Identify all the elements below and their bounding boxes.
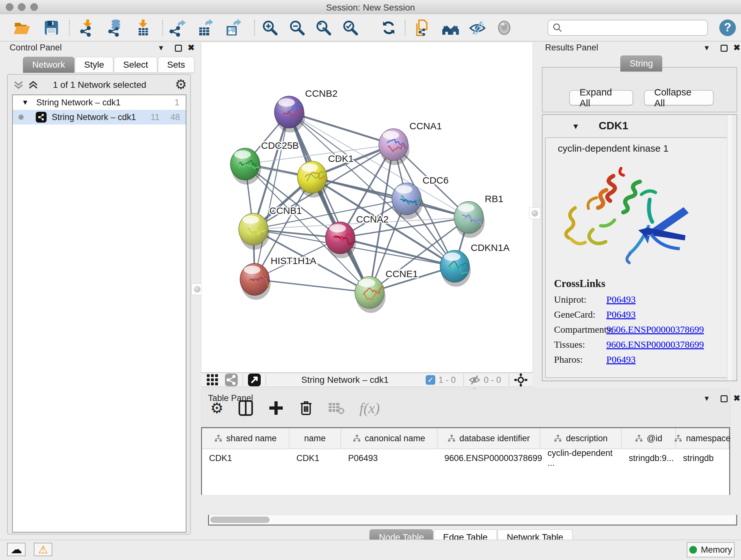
network-node-CCNB2[interactable]	[274, 96, 305, 132]
shared-column-tree-icon	[448, 434, 456, 442]
selected-nodes-checkbox[interactable]: ✓	[426, 375, 435, 385]
table-row[interactable]: CDK1CDK1P064939606.ENSP00000378699cyclin…	[202, 449, 729, 467]
crosslink-link[interactable]: 9606.ENSP00000378699	[606, 339, 704, 350]
network-node-CCNA1[interactable]	[379, 129, 409, 165]
column-header-namespace[interactable]: namespace	[676, 428, 729, 449]
column-header-name[interactable]: name	[289, 428, 341, 449]
table-toolbar: ⚙ f(x)	[201, 389, 730, 427]
crosslink-link[interactable]: P06493	[606, 294, 636, 305]
cytoscape-window: Session: New Session	[0, 0, 741, 560]
table-cell[interactable]: 9606.ENSP00000378699	[437, 449, 540, 467]
column-header-sharedname[interactable]: shared name	[202, 428, 289, 449]
home-pair-icon[interactable]	[442, 18, 460, 37]
expand-all-button[interactable]: Expand All	[569, 90, 633, 105]
function-builder-icon-disabled: f(x)	[359, 400, 380, 417]
crosslink-link[interactable]: P06493	[606, 354, 636, 365]
network-node-CCNB1[interactable]	[239, 213, 269, 250]
network-canvas[interactable]: CCNB2CCNA1CDC25BCDK1CDC6RB1CCNB1CCNA2CDK…	[201, 42, 533, 373]
import-table-from-file-icon[interactable]	[134, 18, 152, 37]
document-share-icon[interactable]	[414, 18, 431, 37]
birds-eye-view-icon[interactable]	[225, 373, 238, 387]
add-column-icon[interactable]	[268, 400, 284, 416]
panel-float-icon[interactable]	[721, 45, 728, 52]
tab-sets[interactable]: Sets	[158, 57, 194, 73]
protein-name: CDK1	[599, 119, 628, 132]
column-header-description[interactable]: description	[540, 428, 622, 449]
search-input[interactable]	[563, 21, 707, 34]
collection-expander-icon[interactable]: ▼	[22, 98, 29, 107]
column-header-label: name	[304, 434, 326, 443]
help-icon[interactable]: ?	[719, 18, 737, 37]
table-cell[interactable]: stringdb	[676, 449, 729, 467]
table-cell[interactable]: stringdb:9...	[622, 449, 676, 467]
panel-float-icon[interactable]	[721, 395, 728, 402]
warnings-icon[interactable]: ⚠	[34, 543, 52, 556]
delete-column-icon[interactable]	[299, 400, 313, 416]
network-options-gear-icon[interactable]: ⚙	[175, 77, 187, 92]
tab-string[interactable]: String	[620, 56, 662, 71]
save-session-icon[interactable]	[42, 18, 60, 37]
tab-select[interactable]: Select	[114, 57, 157, 73]
zoom-fit-icon[interactable]	[315, 18, 333, 37]
network-node-CDK1[interactable]	[297, 161, 328, 198]
export-image-icon[interactable]	[223, 18, 241, 37]
network-node-CCNA2[interactable]	[326, 222, 356, 258]
node-label-RB1: RB1	[485, 193, 503, 204]
table-cell[interactable]: cyclin-dependent ...	[540, 449, 622, 467]
grid-view-icon[interactable]	[206, 374, 219, 386]
column-header-id[interactable]: @id	[622, 428, 676, 449]
network-node-CDKN1A[interactable]	[440, 250, 471, 287]
hidden-items-eye-slash-icon[interactable]	[468, 374, 481, 386]
results-scrollbar[interactable]	[727, 115, 732, 381]
open-session-icon[interactable]	[13, 18, 30, 37]
import-network-from-file-icon[interactable]	[78, 18, 96, 37]
network-node-CDC6[interactable]	[392, 183, 422, 219]
panel-collapse-icon[interactable]: ▾	[159, 44, 163, 52]
hide-glasses-icon[interactable]	[468, 18, 486, 37]
table-cell[interactable]: P06493	[341, 449, 437, 467]
column-header-databaseidentifier[interactable]: database identifier	[437, 428, 541, 449]
node-table-header: shared namenamecanonical namedatabase id…	[202, 428, 729, 449]
panel-collapse-icon[interactable]: ▾	[704, 394, 709, 402]
crosslink-link[interactable]: P06493	[606, 309, 636, 320]
selected-counts: 1 - 0	[439, 375, 456, 385]
scrollbar-thumb[interactable]	[210, 516, 270, 523]
zoom-selected-icon[interactable]	[341, 18, 359, 37]
table-cell[interactable]: CDK1	[202, 449, 289, 467]
network-node-CCNE1[interactable]	[355, 276, 386, 313]
export-network-icon[interactable]	[169, 18, 186, 37]
zoom-in-icon[interactable]	[261, 18, 279, 37]
network-edge[interactable]	[255, 279, 369, 293]
table-panel: Table Panel ▾ ✖ ⚙ f(x) shared namenameca…	[201, 389, 741, 535]
toolbar-separator	[254, 20, 255, 36]
network-tree: ▼ String Network – cdk1 1 String Network…	[12, 95, 186, 533]
zoom-out-icon[interactable]	[288, 18, 306, 37]
table-horizontal-scrollbar[interactable]	[208, 515, 737, 525]
fit-content-crosshair-icon[interactable]	[514, 373, 528, 387]
panel-close-icon[interactable]: ✖	[188, 44, 195, 52]
panel-close-icon[interactable]: ✖	[733, 44, 740, 52]
cloud-status-icon[interactable]: ☁	[7, 543, 25, 556]
column-header-canonicalname[interactable]: canonical name	[341, 428, 437, 449]
protein-card-expander-icon[interactable]: ▼	[572, 122, 580, 131]
network-edge[interactable]	[255, 112, 289, 279]
show-eye-icon[interactable]	[495, 18, 513, 37]
export-table-icon[interactable]	[196, 18, 214, 37]
table-cell[interactable]: CDK1	[289, 449, 341, 467]
network-node-HIST1H1A[interactable]	[240, 263, 271, 300]
network-row[interactable]: String Network – cdk1 11 48	[13, 110, 186, 125]
collapse-all-button[interactable]: Collapse All	[644, 90, 714, 105]
import-network-from-database-icon[interactable]	[106, 18, 124, 37]
panel-close-icon[interactable]: ✖	[733, 394, 740, 402]
network-collection-row[interactable]: ▼ String Network – cdk1 1	[13, 95, 186, 110]
network-node-RB1[interactable]	[454, 201, 485, 238]
crosslink-link[interactable]: 9606.ENSP00000378699	[606, 324, 704, 335]
open-in-window-icon[interactable]	[248, 373, 261, 387]
panel-collapse-icon[interactable]: ▾	[704, 44, 709, 52]
refresh-view-icon[interactable]	[380, 18, 398, 37]
network-node-CDC25B[interactable]	[230, 148, 261, 185]
tab-network[interactable]: Network	[23, 57, 74, 73]
memory-button[interactable]: Memory	[687, 542, 735, 557]
panel-float-icon[interactable]	[175, 45, 182, 52]
tab-style[interactable]: Style	[75, 57, 113, 73]
